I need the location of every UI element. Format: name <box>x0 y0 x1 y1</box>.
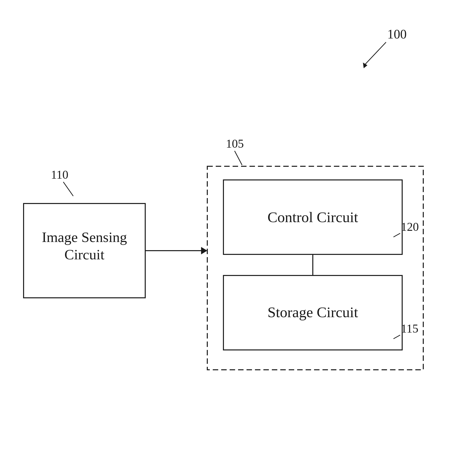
image-sensing-text-line2: Circuit <box>64 246 104 263</box>
diagram-container: 100 110 Image Sensing Circuit 105 120 Co… <box>0 0 462 476</box>
connector-arrow <box>201 247 207 254</box>
ref-120-label: 120 <box>401 220 419 233</box>
ref-115-label: 115 <box>401 322 418 335</box>
svg-line-3 <box>235 151 242 165</box>
svg-line-5 <box>393 335 400 339</box>
ref-100-label: 100 <box>387 27 407 41</box>
svg-line-4 <box>393 233 400 237</box>
image-sensing-text-line1: Image Sensing <box>42 229 127 245</box>
svg-marker-1 <box>363 63 367 68</box>
storage-circuit-text: Storage Circuit <box>268 304 358 320</box>
ref-110-label: 110 <box>51 168 68 181</box>
dashed-outer-box <box>207 166 423 370</box>
control-circuit-text: Control Circuit <box>268 209 358 225</box>
svg-line-0 <box>365 42 386 65</box>
svg-line-2 <box>63 182 73 196</box>
ref-105-label: 105 <box>226 137 244 150</box>
